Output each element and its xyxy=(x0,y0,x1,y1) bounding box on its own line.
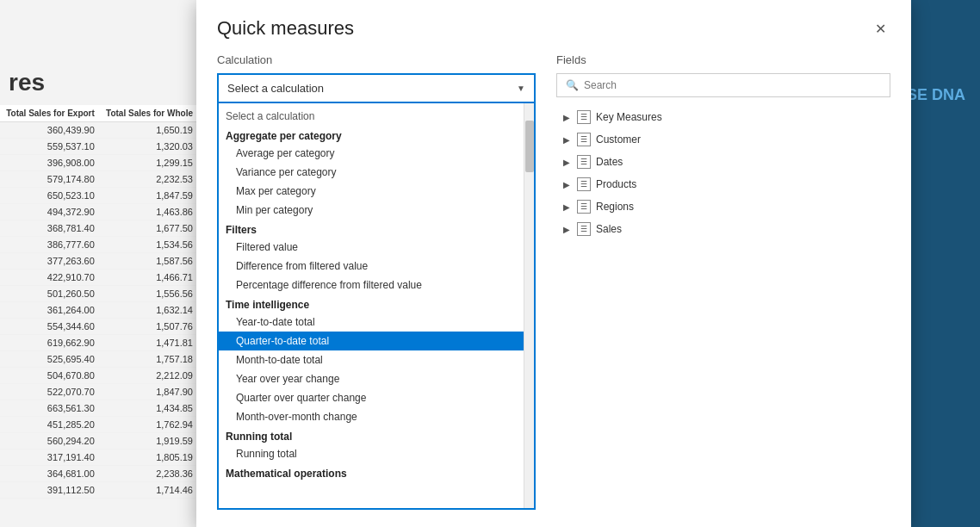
table-row: 504,670.802,212.09 xyxy=(0,368,198,384)
tree-item-label: Sales xyxy=(596,223,622,235)
fields-tree: ▶☰Key Measures▶☰Customer▶☰Dates▶☰Product… xyxy=(556,106,890,510)
table-icon: ☰ xyxy=(577,177,591,191)
item-pct-diff-filtered[interactable]: Percentage difference from filtered valu… xyxy=(219,276,524,294)
dropdown-arrow-icon: ▼ xyxy=(517,84,525,93)
col-header-whole: Total Sales for Whole xyxy=(100,105,198,122)
table-row: 559,537.101,320.03 xyxy=(0,139,198,155)
dropdown-inner: Select a calculation Aggregate per categ… xyxy=(219,103,524,508)
tree-item-label: Customer xyxy=(596,133,641,146)
item-diff-filtered[interactable]: Difference from filtered value xyxy=(219,257,524,276)
fields-label: Fields xyxy=(556,53,890,66)
search-box: 🔍 xyxy=(556,73,890,97)
table-icon: ☰ xyxy=(577,155,591,169)
table-row: 391,112.501,714.46 xyxy=(0,482,198,499)
table-row: 360,439.901,650.19 xyxy=(0,122,198,139)
chevron-right-icon: ▶ xyxy=(563,158,572,167)
tree-item-key-measures[interactable]: ▶☰Key Measures xyxy=(556,106,890,128)
select-box-text: Select a calculation xyxy=(227,82,324,95)
group-running-total: Running total xyxy=(219,426,524,444)
fields-panel: Fields 🔍 ▶☰Key Measures▶☰Customer▶☰Dates… xyxy=(556,53,890,510)
search-icon: 🔍 xyxy=(566,79,579,91)
table-row: 579,174.802,232.53 xyxy=(0,171,198,188)
item-yoy-change[interactable]: Year over year change xyxy=(219,369,524,388)
table-row: 386,777.601,534.56 xyxy=(0,237,198,253)
dropdown-scrollbar[interactable] xyxy=(524,103,534,508)
scrollbar-thumb xyxy=(525,121,534,172)
chevron-right-icon: ▶ xyxy=(563,202,572,212)
table-row: 377,263.601,587.56 xyxy=(0,253,198,270)
table-row: 422,910.701,466.71 xyxy=(0,270,198,286)
bg-right-text: SE DNA xyxy=(907,86,965,104)
table-row: 501,260.501,556.56 xyxy=(0,286,198,302)
calculation-select[interactable]: Select a calculation ▼ xyxy=(217,73,536,103)
group-math-ops: Mathematical operations xyxy=(219,463,524,481)
chevron-right-icon: ▶ xyxy=(563,135,572,145)
item-qoq-change[interactable]: Quarter over quarter change xyxy=(219,388,524,407)
tree-item-label: Key Measures xyxy=(596,111,662,123)
item-min-per-cat[interactable]: Min per category xyxy=(219,201,524,220)
table-row: 663,561.301,434.85 xyxy=(0,400,198,417)
bg-right-stripe: SE DNA xyxy=(902,0,980,527)
background-panel: res Total Sales for Export Total Sales f… xyxy=(0,0,198,527)
table-icon: ☰ xyxy=(577,222,591,236)
tree-item-regions[interactable]: ▶☰Regions xyxy=(556,195,890,218)
table-row: 361,264.001,632.14 xyxy=(0,302,198,319)
item-mom-change[interactable]: Month-over-month change xyxy=(219,407,524,426)
item-avg-per-cat[interactable]: Average per category xyxy=(219,144,524,163)
item-ytd-total[interactable]: Year-to-date total xyxy=(219,313,524,332)
bg-title: res xyxy=(0,0,198,105)
table-row: 396,908.001,299.15 xyxy=(0,155,198,171)
calculation-dropdown: Select a calculation Aggregate per categ… xyxy=(217,103,536,510)
tree-item-customer[interactable]: ▶☰Customer xyxy=(556,128,890,151)
table-row: 554,344.601,507.76 xyxy=(0,319,198,335)
table-icon: ☰ xyxy=(577,110,591,124)
table-row: 522,070.701,847.90 xyxy=(0,384,198,400)
group-aggregate: Aggregate per category xyxy=(219,126,524,144)
calculation-panel: Calculation Select a calculation ▼ Selec… xyxy=(217,53,536,510)
table-row: 317,191.401,805.19 xyxy=(0,450,198,466)
chevron-right-icon: ▶ xyxy=(563,225,572,234)
close-button[interactable]: ✕ xyxy=(870,18,890,39)
quick-measures-dialog: Quick measures ✕ Calculation Select a ca… xyxy=(196,0,911,527)
table-row: 650,523.101,847.59 xyxy=(0,188,198,204)
tree-item-label: Regions xyxy=(596,201,634,213)
tree-item-sales[interactable]: ▶☰Sales xyxy=(556,218,890,240)
dialog-header: Quick measures ✕ xyxy=(217,17,890,40)
dialog-body: Calculation Select a calculation ▼ Selec… xyxy=(217,53,890,510)
chevron-right-icon: ▶ xyxy=(563,180,572,189)
tree-item-products[interactable]: ▶☰Products xyxy=(556,173,890,195)
chevron-right-icon: ▶ xyxy=(563,113,572,122)
table-row: 451,285.201,762.94 xyxy=(0,417,198,433)
table-row: 525,695.401,757.18 xyxy=(0,351,198,368)
table-row: 364,681.002,238.36 xyxy=(0,466,198,482)
group-time-intelligence: Time intelligence xyxy=(219,294,524,313)
item-running-total[interactable]: Running total xyxy=(219,444,524,463)
item-mtd-total[interactable]: Month-to-date total xyxy=(219,350,524,369)
table-icon: ☰ xyxy=(577,200,591,214)
table-row: 619,662.901,471.81 xyxy=(0,335,198,351)
item-max-per-cat[interactable]: Max per category xyxy=(219,182,524,201)
item-qtd-total[interactable]: Quarter-to-date total xyxy=(219,332,524,350)
tree-item-label: Products xyxy=(596,178,636,190)
item-filtered-value[interactable]: Filtered value xyxy=(219,238,524,257)
table-row: 368,781.401,677.50 xyxy=(0,220,198,237)
tree-item-label: Dates xyxy=(596,156,623,168)
dialog-title: Quick measures xyxy=(217,17,354,40)
table-row: 560,294.201,919.59 xyxy=(0,433,198,450)
search-input[interactable] xyxy=(584,79,881,91)
bg-table: Total Sales for Export Total Sales for W… xyxy=(0,105,198,499)
dropdown-placeholder[interactable]: Select a calculation xyxy=(219,107,524,126)
table-icon: ☰ xyxy=(577,133,591,146)
calculation-label: Calculation xyxy=(217,53,536,66)
group-filters: Filters xyxy=(219,220,524,238)
item-variance-per-cat[interactable]: Variance per category xyxy=(219,163,524,182)
table-row: 494,372.901,463.86 xyxy=(0,204,198,220)
tree-item-dates[interactable]: ▶☰Dates xyxy=(556,151,890,173)
col-header-export: Total Sales for Export xyxy=(0,105,100,122)
